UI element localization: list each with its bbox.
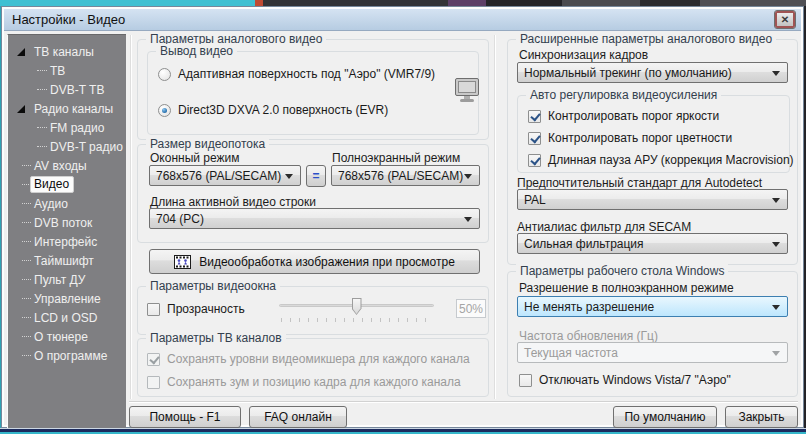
faq-online-button[interactable]: FAQ онлайн bbox=[249, 406, 347, 428]
sidebar-item-interface[interactable]: Интерфейс bbox=[8, 232, 126, 251]
sidebar-item-label: О тюнере bbox=[34, 330, 88, 344]
stream-size-group-label: Размер видеопотока bbox=[146, 137, 269, 151]
equal-sizes-button[interactable]: = bbox=[306, 165, 326, 187]
checkbox-checked-icon[interactable] bbox=[528, 154, 541, 167]
checkbox-disabled-icon bbox=[147, 376, 160, 389]
sidebar-item-about-tuner[interactable]: О тюнере bbox=[8, 327, 126, 346]
antialias-value: Сильная фильтрация bbox=[524, 237, 644, 251]
monitor-icon bbox=[452, 77, 482, 105]
video-processing-button-label: Видеообработка изображения при просмотре bbox=[199, 255, 455, 269]
close-icon[interactable]: ✕ bbox=[775, 11, 795, 28]
checkbox-icon[interactable] bbox=[147, 303, 160, 316]
sidebar-item-tv[interactable]: ТВ bbox=[8, 61, 126, 80]
tree-expander-icon[interactable] bbox=[17, 48, 25, 56]
save-mixer-label: Сохранять уровни видеомикшера для каждог… bbox=[167, 352, 470, 366]
checkbox-checked-icon[interactable] bbox=[528, 132, 541, 145]
advanced-analog-group-label: Расширенные параметры аналогового видео bbox=[516, 32, 776, 46]
sidebar-item-label: DVB-T ТВ bbox=[50, 83, 104, 97]
column-separator bbox=[130, 35, 132, 399]
radio-icon[interactable] bbox=[158, 68, 171, 81]
checkbox-checked-icon[interactable] bbox=[528, 110, 541, 123]
fullscreen-resolution-select[interactable]: Не менять разрешение bbox=[517, 296, 788, 317]
tv-channels-params-group-label: Параметры ТВ каналов bbox=[146, 331, 286, 345]
chevron-down-icon bbox=[772, 198, 780, 203]
screen: Настройки - Видео ✕ ТВ каналы ТВ DVB-T Т… bbox=[0, 0, 806, 434]
sidebar-item-tv-channels[interactable]: ТВ каналы bbox=[8, 42, 126, 61]
radio-evr[interactable]: Direct3D DXVA 2.0 поверхность (EVR) bbox=[158, 103, 388, 117]
video-output-group-label: Вывод видео bbox=[156, 44, 237, 58]
antialias-label: Антиалиас фильтр для SECAM bbox=[517, 220, 691, 234]
chevron-down-icon bbox=[772, 242, 780, 247]
window-title: Настройки - Видео bbox=[12, 12, 125, 27]
chevron-down-icon bbox=[464, 217, 472, 222]
sidebar-item-dvbt-tv[interactable]: DVB-T ТВ bbox=[8, 80, 126, 99]
agc-pause-checkbox[interactable]: Длинная пауза АРУ (коррекция Macrovision… bbox=[528, 153, 794, 167]
sidebar-item-label-selected: Видео bbox=[30, 176, 74, 193]
slider-ticks bbox=[281, 318, 432, 322]
sidebar-item-dvb-stream[interactable]: DVB поток bbox=[8, 213, 126, 232]
antialias-select[interactable]: Сильная фильтрация bbox=[517, 233, 788, 254]
sidebar-item-audio[interactable]: Аудио bbox=[8, 194, 126, 213]
sidebar-item-management[interactable]: Управление bbox=[8, 289, 126, 308]
sidebar-item-about-program[interactable]: О программе bbox=[8, 346, 126, 365]
preferred-standard-label: Предпочтительный стандарт для Autodetect bbox=[517, 176, 762, 190]
disable-aero-checkbox[interactable]: Отключать Windows Vista/7 "Аэро" bbox=[519, 373, 731, 387]
checkbox-checked-disabled-icon bbox=[147, 353, 160, 366]
sidebar-item-label: ТВ каналы bbox=[34, 45, 94, 59]
sidebar-item-fm-radio[interactable]: FM радио bbox=[8, 118, 126, 137]
settings-tree: ТВ каналы ТВ DVB-T ТВ Радио каналы FM ра… bbox=[7, 34, 126, 428]
column-separator bbox=[494, 35, 496, 399]
sidebar-item-av-inputs[interactable]: AV входы bbox=[8, 156, 126, 175]
filmstrip-icon bbox=[174, 255, 191, 269]
chevron-down-icon bbox=[772, 351, 780, 356]
background-window-bottom-edge bbox=[0, 428, 806, 434]
sidebar-item-dvbt-radio[interactable]: DVB-T радио bbox=[8, 137, 126, 156]
radio-vmr-aero[interactable]: Адаптивная поверхность под "Аэро" (VMR7/… bbox=[158, 67, 435, 81]
fullscreen-mode-value: 768x576 (PAL/SECAM) bbox=[338, 169, 463, 183]
save-zoom-checkbox[interactable]: Сохранять зум и позицию кадра для каждог… bbox=[147, 375, 461, 389]
active-line-value: 704 (PC) bbox=[156, 212, 204, 226]
close-button[interactable]: Закрыть bbox=[725, 406, 798, 428]
sidebar-item-radio-channels[interactable]: Радио каналы bbox=[8, 99, 126, 118]
sidebar-item-label: О программе bbox=[34, 349, 107, 363]
frame-sync-label: Синхронизация кадров bbox=[519, 48, 648, 62]
preferred-standard-select[interactable]: PAL bbox=[517, 189, 788, 210]
checkbox-icon[interactable] bbox=[519, 374, 532, 387]
fullscreen-mode-label: Полноэкранный режим bbox=[332, 151, 460, 165]
refresh-rate-value: Текущая частота bbox=[524, 346, 618, 360]
defaults-button[interactable]: По умолчанию bbox=[613, 406, 717, 428]
chevron-down-icon bbox=[772, 71, 780, 76]
save-zoom-label: Сохранять зум и позицию кадра для каждог… bbox=[167, 375, 461, 389]
sidebar-item-label: Аудио bbox=[34, 197, 68, 211]
sidebar-item-label: DVB поток bbox=[34, 216, 92, 230]
transparency-checkbox[interactable]: Прозрачность bbox=[147, 302, 245, 316]
frame-sync-select[interactable]: Нормальный трекинг (по умолчанию) bbox=[517, 62, 788, 83]
chevron-down-icon bbox=[285, 174, 293, 179]
transparency-slider[interactable] bbox=[279, 298, 434, 323]
brightness-threshold-label: Контролировать порог яркости bbox=[548, 109, 719, 123]
save-mixer-checkbox[interactable]: Сохранять уровни видеомикшера для каждог… bbox=[147, 352, 470, 366]
video-window-group-label: Параметры видеоокна bbox=[146, 279, 280, 293]
radio-selected-icon[interactable] bbox=[158, 104, 171, 117]
fullscreen-mode-select[interactable]: 768x576 (PAL/SECAM) bbox=[331, 165, 480, 186]
refresh-rate-select: Текущая частота bbox=[517, 342, 788, 363]
sidebar-item-timeshift[interactable]: Таймшифт bbox=[8, 251, 126, 270]
chevron-down-icon bbox=[772, 305, 780, 310]
help-button[interactable]: Помощь - F1 bbox=[129, 406, 241, 428]
chroma-threshold-checkbox[interactable]: Контролировать порог цветности bbox=[528, 131, 732, 145]
fullscreen-resolution-value: Не менять разрешение bbox=[524, 300, 654, 314]
slider-thumb[interactable] bbox=[352, 298, 362, 315]
tree-expander-icon[interactable] bbox=[17, 105, 25, 113]
brightness-threshold-checkbox[interactable]: Контролировать порог яркости bbox=[528, 109, 719, 123]
sidebar-item-label: Управление bbox=[34, 292, 101, 306]
active-line-select[interactable]: 704 (PC) bbox=[149, 208, 480, 229]
sidebar-item-remote-control[interactable]: Пульт ДУ bbox=[8, 270, 126, 289]
windowed-mode-value: 768x576 (PAL/SECAM) bbox=[156, 169, 281, 183]
sidebar-item-video[interactable]: Видео bbox=[8, 175, 126, 194]
sidebar-item-label: Радио каналы bbox=[34, 102, 113, 116]
sidebar-item-lcd-osd[interactable]: LCD и OSD bbox=[8, 308, 126, 327]
video-processing-button[interactable]: Видеообработка изображения при просмотре bbox=[149, 249, 480, 274]
sidebar-item-label: AV входы bbox=[34, 159, 87, 173]
windowed-mode-select[interactable]: 768x576 (PAL/SECAM) bbox=[149, 165, 301, 186]
sidebar-item-label: Пульт ДУ bbox=[34, 273, 85, 287]
